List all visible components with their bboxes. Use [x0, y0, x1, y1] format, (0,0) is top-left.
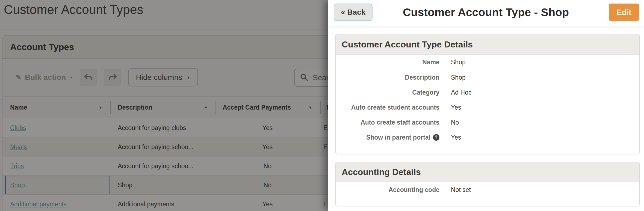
detail-row: Auto create student accounts Yes [336, 100, 639, 115]
detail-row: Name Shop [336, 55, 639, 70]
detail-value: Ad Hoc [451, 89, 471, 96]
detail-value: Not set [451, 186, 471, 194]
detail-row: Show in parent portal ? Yes [336, 130, 639, 145]
detail-label: Name [336, 59, 439, 66]
accounting-card: Accounting Details Accounting code Not s… [335, 162, 640, 206]
detail-panel: « Back Customer Account Type - Shop Edit… [328, 0, 644, 211]
detail-label: Show in parent portal [366, 134, 430, 141]
detail-panel-header: « Back Customer Account Type - Shop Edit [328, 0, 644, 26]
detail-label: Auto create student accounts [336, 104, 439, 111]
detail-value: No [451, 119, 459, 126]
detail-label: Description [336, 74, 439, 81]
app-screen: Customer Account Types Account Types ✎ B… [0, 0, 644, 211]
detail-value: Yes [451, 104, 461, 111]
detail-row: Category Ad Hoc [336, 85, 639, 100]
accounting-card-title: Accounting Details [336, 162, 639, 182]
detail-label: Accounting code [336, 186, 439, 194]
detail-label: Auto create staff accounts [336, 119, 439, 126]
help-icon[interactable]: ? [433, 134, 439, 141]
detail-row: Auto create staff accounts No [336, 115, 639, 130]
details-card: Customer Account Type Details Name Shop … [335, 34, 640, 154]
detail-label: Category [336, 89, 439, 96]
detail-value: Shop [451, 59, 466, 66]
edit-button[interactable]: Edit [609, 4, 639, 21]
details-card-title: Customer Account Type Details [336, 34, 639, 55]
detail-value: Shop [451, 74, 466, 81]
detail-panel-title: Customer Account Type - Shop [328, 6, 644, 19]
detail-row: Description Shop [336, 70, 639, 85]
detail-value: Yes [451, 134, 461, 141]
detail-row: Accounting code Not set [336, 182, 639, 197]
